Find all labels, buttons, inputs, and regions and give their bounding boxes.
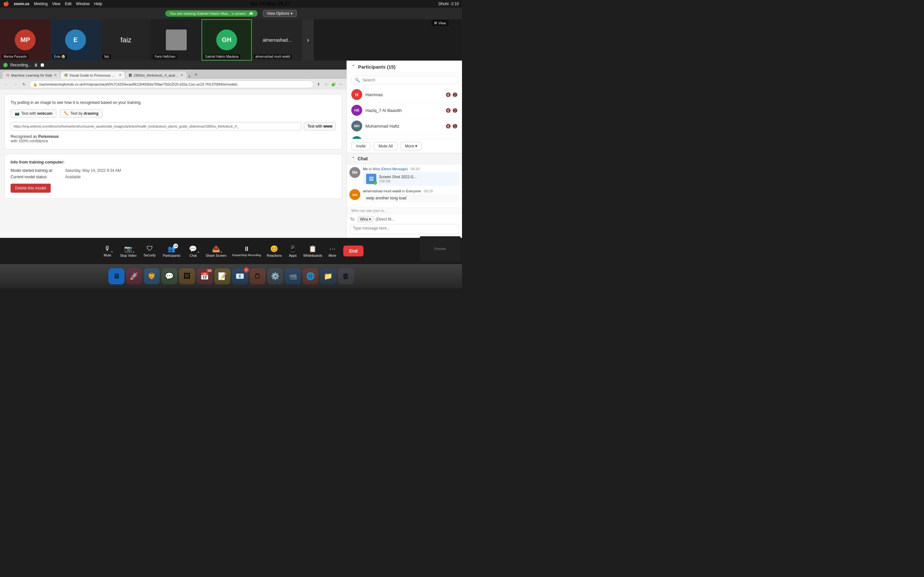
- delete-model-button[interactable]: Delete this model: [11, 184, 51, 193]
- participant-item-mhafiz[interactable]: MH Muhammad Hafiz 🔇 📵: [347, 118, 462, 134]
- url-input[interactable]: [11, 122, 301, 131]
- bookmark-icon[interactable]: ☆: [323, 81, 329, 87]
- apps-icon: 📱: [289, 245, 297, 253]
- view-options-button[interactable]: View Options ▾: [263, 10, 297, 17]
- menu-window[interactable]: Window: [76, 2, 90, 6]
- whiteboards-icon: 📋: [309, 245, 317, 253]
- more-icon[interactable]: ⋯: [338, 81, 344, 87]
- browser-tab-plants[interactable]: 🌿 Visual Guide to Poisonous Plants ✕: [61, 71, 125, 79]
- test-drawing-button[interactable]: ✏️ Test by drawing: [60, 109, 102, 118]
- recording-stop-btn[interactable]: [41, 63, 44, 67]
- reactions-label: Reactions: [267, 253, 282, 258]
- chat-button[interactable]: 💬 ▲ Chat: [184, 243, 202, 259]
- browser-page: Try putting in an image to see how it is…: [0, 90, 347, 238]
- participant-item-haziq[interactable]: HB Haziq_7 Al Baasith 🔇 📵: [347, 103, 462, 118]
- chat-input-box[interactable]: [350, 224, 459, 234]
- menu-meeting[interactable]: Meeting: [34, 2, 48, 6]
- menu-help[interactable]: Help: [94, 2, 102, 6]
- menu-edit[interactable]: Edit: [65, 2, 71, 6]
- dock-zoom[interactable]: 📹: [285, 268, 301, 284]
- refresh-button[interactable]: ↻: [21, 81, 27, 88]
- dock-files[interactable]: 📁: [320, 268, 336, 284]
- tab-ml-close[interactable]: ✕: [54, 73, 57, 77]
- view-icon-button[interactable]: ⊞ View: [431, 20, 449, 26]
- view-more-button[interactable]: ›: [302, 19, 314, 61]
- dock-mail[interactable]: 📧 2: [232, 268, 248, 284]
- apple-menu[interactable]: 🍎: [3, 1, 9, 7]
- participants-header: ⌃ Participants (15): [347, 61, 462, 73]
- end-call-button[interactable]: End: [343, 245, 363, 256]
- participants-button[interactable]: 👥 15 Participants: [160, 243, 184, 259]
- menu-view[interactable]: View: [52, 2, 60, 6]
- name-haziq: Haziq_7 Al Baasith: [365, 108, 443, 113]
- share-screen-button[interactable]: 📤 ▲ Share Screen: [202, 243, 229, 259]
- right-panel: ⌃ Participants (15) 🔍 H Hammas 🔇: [347, 61, 462, 238]
- thumb-eras[interactable]: E Eras 😂: [50, 19, 101, 61]
- tab-plants-title: Visual Guide to Poisonous Plants: [69, 73, 117, 77]
- participant-item-shafa[interactable]: S Shafa Brahmaredha 🔇 📵: [347, 134, 462, 139]
- dock-notes[interactable]: 📝: [214, 268, 230, 284]
- invite-button[interactable]: Invite: [351, 142, 371, 150]
- dock-safari[interactable]: 🦁: [144, 268, 160, 284]
- to-mode: (Direct M...: [376, 217, 395, 221]
- chat-chevron-icon[interactable]: ⌃: [351, 156, 355, 161]
- add-tab-button[interactable]: +: [192, 71, 200, 78]
- stop-video-label: Stop Video: [120, 253, 136, 258]
- dock-photos[interactable]: 🖼: [179, 268, 195, 284]
- participants-badge: 15: [173, 243, 178, 248]
- ml-confidence: with 100% confidence: [11, 139, 336, 143]
- participants-search-input[interactable]: [363, 78, 454, 82]
- more-button[interactable]: More ▾: [401, 142, 422, 150]
- mute-all-button[interactable]: Mute All: [374, 142, 397, 150]
- browser-tab-more[interactable]: ▾: [187, 74, 192, 79]
- pause-recording-icon: ⏸: [244, 245, 250, 253]
- dock-finder[interactable]: 🖥: [108, 268, 124, 284]
- browser-tab-ml[interactable]: 🧠 Machine Learning for Kids ✕: [3, 71, 60, 79]
- more-button-toolbar[interactable]: ⋯ More: [325, 243, 339, 259]
- thumb-marisa[interactable]: MP Marisa Paryasto: [0, 19, 50, 61]
- mute-button[interactable]: 🎙 ▲ Mute: [99, 243, 116, 259]
- menu-app[interactable]: zoom.us: [14, 2, 29, 6]
- video-off-icon-haziq: 📵: [452, 108, 457, 113]
- participants-chevron-icon[interactable]: ⌃: [351, 64, 355, 69]
- dock-launchpad[interactable]: 🚀: [126, 268, 142, 284]
- to-recipient-selector[interactable]: Wira ▾: [357, 216, 374, 222]
- dock-calendar[interactable]: 📅 14: [197, 268, 213, 284]
- dock-messages[interactable]: 💬: [162, 268, 178, 284]
- thumb-gabriel[interactable]: GH Gabriel Hakim Maulana: [202, 19, 252, 61]
- thumb-name-only-faiz: faiz: [120, 36, 131, 44]
- thumb-faris[interactable]: Faris Hafizhan: [151, 19, 202, 61]
- back-button[interactable]: ←: [3, 81, 10, 88]
- tab-image-close[interactable]: ✕: [180, 73, 183, 77]
- extensions-icon[interactable]: 🧩: [330, 81, 336, 87]
- dock-reminders[interactable]: 🗒: [250, 268, 266, 284]
- dock-chrome[interactable]: 🌐: [302, 268, 318, 284]
- file-info: Screen Shot 2022-0... 108 KB: [379, 175, 417, 183]
- file-icon: 🖼 ✓: [366, 174, 376, 184]
- participants-search-bar[interactable]: 🔍: [351, 76, 457, 84]
- stop-video-button[interactable]: 📷 ▲ Stop Video: [117, 243, 140, 259]
- dock-trash[interactable]: 🗑: [338, 268, 354, 284]
- tab-plants-close[interactable]: ✕: [119, 73, 121, 77]
- test-webcam-button[interactable]: 📷 Test with webcam: [11, 109, 57, 118]
- participant-item-hammas[interactable]: H Hammas 🔇 📵: [347, 87, 462, 103]
- avatar-haziq: HB: [351, 105, 362, 116]
- browser-tab-image[interactable]: 🖼 1800ss_thinkstock_rf_azalea.jpg ✕: [126, 71, 186, 79]
- reactions-button[interactable]: 😊 Reactions: [264, 243, 285, 259]
- thumb-almerrashad[interactable]: almerrashad... almerrashad murti wialdi: [252, 19, 302, 61]
- whiteboards-button[interactable]: 📋 Whiteboards: [300, 243, 325, 259]
- thumb-faiz[interactable]: faiz faiz: [101, 19, 151, 61]
- share-screen-icon: 📤: [212, 245, 220, 253]
- dock-system-prefs[interactable]: ⚙️: [267, 268, 283, 284]
- result-class: Poisonous: [38, 134, 59, 139]
- share-icon[interactable]: ⬆: [315, 81, 322, 87]
- forward-button[interactable]: →: [11, 81, 19, 88]
- recording-pause-btn[interactable]: ⏸: [34, 63, 38, 68]
- security-button[interactable]: 🛡 Security: [141, 243, 159, 259]
- url-input-row: Test with www: [11, 122, 336, 131]
- apps-button[interactable]: 📱 Apps: [286, 243, 300, 259]
- address-bar[interactable]: 🔒 machinelearningforkids.co.uk/#//mlproj…: [29, 81, 313, 88]
- pause-recording-button[interactable]: ⏸ Pause/Stop Recording: [230, 243, 263, 258]
- test-www-button[interactable]: Test with www: [304, 122, 336, 131]
- screen-share-banner: You are viewing Gabriel Hakim Mau...'s s…: [0, 8, 462, 19]
